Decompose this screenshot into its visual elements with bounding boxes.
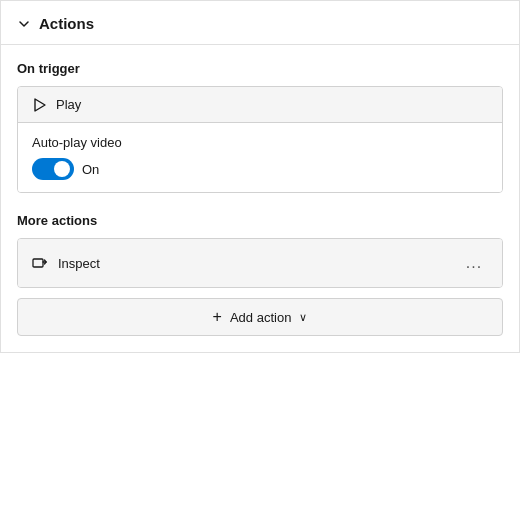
chevron-down-icon bbox=[17, 17, 31, 31]
more-actions-label: More actions bbox=[17, 213, 503, 228]
plus-icon: + bbox=[213, 309, 222, 325]
inspect-ellipsis-button[interactable]: ... bbox=[460, 249, 488, 277]
play-icon bbox=[32, 98, 46, 112]
autoplay-row: Auto-play video On bbox=[18, 123, 502, 192]
add-action-chevron-icon: ∨ bbox=[299, 311, 307, 324]
toggle-container: On bbox=[32, 158, 488, 180]
svg-rect-1 bbox=[33, 259, 43, 267]
add-action-button[interactable]: + Add action ∨ bbox=[17, 298, 503, 336]
toggle-thumb bbox=[54, 161, 70, 177]
inspect-label: Inspect bbox=[58, 256, 100, 271]
actions-panel: Actions On trigger Play Auto-play video bbox=[0, 0, 520, 353]
trigger-box: Play Auto-play video On bbox=[17, 86, 503, 193]
svg-marker-0 bbox=[35, 99, 45, 111]
panel-header: Actions bbox=[1, 1, 519, 45]
inspect-box: Inspect ... bbox=[17, 238, 503, 288]
toggle-state-label: On bbox=[82, 162, 99, 177]
inspect-icon bbox=[32, 255, 48, 271]
play-label: Play bbox=[56, 97, 81, 112]
panel-body: On trigger Play Auto-play video bbox=[1, 45, 519, 352]
inspect-row: Inspect ... bbox=[18, 239, 502, 287]
autoplay-label: Auto-play video bbox=[32, 135, 488, 150]
autoplay-toggle[interactable] bbox=[32, 158, 74, 180]
on-trigger-label: On trigger bbox=[17, 61, 503, 76]
toggle-track bbox=[32, 158, 74, 180]
add-action-label: Add action bbox=[230, 310, 291, 325]
panel-title: Actions bbox=[39, 15, 94, 32]
ellipsis-icon: ... bbox=[466, 255, 482, 271]
inspect-left: Inspect bbox=[32, 255, 100, 271]
play-row[interactable]: Play bbox=[18, 87, 502, 123]
